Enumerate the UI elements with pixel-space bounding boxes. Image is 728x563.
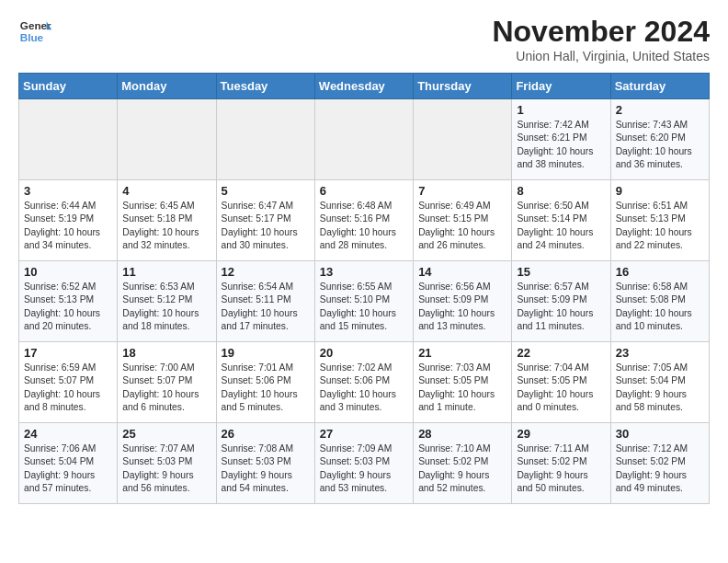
day-number: 19 [222, 346, 310, 360]
page-header: General Blue November 2024 Union Hall, V… [18, 15, 710, 63]
day-header-friday: Friday [512, 74, 610, 99]
cell-details: Sunrise: 7:12 AM Sunset: 5:02 PM Dayligh… [616, 442, 704, 496]
cell-details: Sunrise: 7:02 AM Sunset: 5:06 PM Dayligh… [320, 362, 408, 415]
cell-details: Sunrise: 6:59 AM Sunset: 5:07 PM Dayligh… [24, 362, 112, 415]
cell-details: Sunrise: 6:51 AM Sunset: 5:13 PM Dayligh… [616, 200, 704, 253]
calendar-cell: 13Sunrise: 6:55 AM Sunset: 5:10 PM Dayli… [314, 261, 413, 342]
week-row-5: 24Sunrise: 7:06 AM Sunset: 5:04 PM Dayli… [19, 423, 710, 504]
cell-details: Sunrise: 7:01 AM Sunset: 5:06 PM Dayligh… [222, 362, 310, 415]
cell-details: Sunrise: 7:43 AM Sunset: 6:20 PM Dayligh… [616, 119, 704, 172]
cell-details: Sunrise: 7:07 AM Sunset: 5:03 PM Dayligh… [122, 442, 210, 496]
day-header-wednesday: Wednesday [314, 74, 413, 99]
day-number: 22 [517, 346, 605, 360]
day-number: 1 [517, 103, 605, 117]
day-number: 24 [24, 427, 112, 441]
day-number: 23 [616, 346, 704, 360]
cell-details: Sunrise: 7:10 AM Sunset: 5:02 PM Dayligh… [418, 442, 506, 496]
day-number: 16 [616, 265, 704, 279]
day-header-tuesday: Tuesday [216, 74, 314, 99]
cell-details: Sunrise: 7:42 AM Sunset: 6:21 PM Dayligh… [517, 119, 605, 172]
calendar-cell: 10Sunrise: 6:52 AM Sunset: 5:13 PM Dayli… [19, 261, 118, 342]
day-number: 27 [320, 427, 408, 441]
day-number: 30 [616, 427, 704, 441]
cell-details: Sunrise: 7:05 AM Sunset: 5:04 PM Dayligh… [616, 362, 704, 415]
day-header-monday: Monday [118, 74, 216, 99]
cell-details: Sunrise: 6:52 AM Sunset: 5:13 PM Dayligh… [24, 281, 112, 334]
calendar-cell: 28Sunrise: 7:10 AM Sunset: 5:02 PM Dayli… [414, 423, 512, 504]
day-number: 10 [24, 265, 112, 279]
cell-details: Sunrise: 6:48 AM Sunset: 5:16 PM Dayligh… [320, 200, 408, 253]
calendar-cell: 16Sunrise: 6:58 AM Sunset: 5:08 PM Dayli… [610, 261, 709, 342]
calendar-cell: 14Sunrise: 6:56 AM Sunset: 5:09 PM Dayli… [414, 261, 512, 342]
calendar-cell: 21Sunrise: 7:03 AM Sunset: 5:05 PM Dayli… [414, 342, 512, 423]
logo-icon: General Blue [18, 15, 51, 48]
calendar-cell: 29Sunrise: 7:11 AM Sunset: 5:02 PM Dayli… [512, 423, 610, 504]
location: Union Hall, Virginia, United States [492, 49, 710, 63]
cell-details: Sunrise: 7:08 AM Sunset: 5:03 PM Dayligh… [222, 442, 310, 496]
month-title: November 2024 [492, 15, 710, 49]
day-number: 9 [616, 184, 704, 198]
calendar-cell: 11Sunrise: 6:53 AM Sunset: 5:12 PM Dayli… [118, 261, 216, 342]
day-number: 4 [122, 184, 210, 198]
cell-details: Sunrise: 6:45 AM Sunset: 5:18 PM Dayligh… [122, 200, 210, 253]
day-number: 7 [418, 184, 506, 198]
day-number: 18 [122, 346, 210, 360]
calendar-cell: 3Sunrise: 6:44 AM Sunset: 5:19 PM Daylig… [19, 180, 118, 261]
day-number: 5 [222, 184, 310, 198]
week-row-4: 17Sunrise: 6:59 AM Sunset: 5:07 PM Dayli… [19, 342, 710, 423]
day-header-saturday: Saturday [610, 74, 709, 99]
day-number: 29 [517, 427, 605, 441]
cell-details: Sunrise: 7:00 AM Sunset: 5:07 PM Dayligh… [122, 362, 210, 415]
calendar-cell: 4Sunrise: 6:45 AM Sunset: 5:18 PM Daylig… [118, 180, 216, 261]
day-number: 21 [418, 346, 506, 360]
cell-details: Sunrise: 6:47 AM Sunset: 5:17 PM Dayligh… [222, 200, 310, 253]
calendar-cell: 20Sunrise: 7:02 AM Sunset: 5:06 PM Dayli… [314, 342, 413, 423]
day-number: 20 [320, 346, 408, 360]
calendar-cell: 27Sunrise: 7:09 AM Sunset: 5:03 PM Dayli… [314, 423, 413, 504]
day-number: 8 [517, 184, 605, 198]
cell-details: Sunrise: 6:49 AM Sunset: 5:15 PM Dayligh… [418, 200, 506, 253]
day-number: 17 [24, 346, 112, 360]
cell-details: Sunrise: 6:55 AM Sunset: 5:10 PM Dayligh… [320, 281, 408, 334]
calendar-cell: 15Sunrise: 6:57 AM Sunset: 5:09 PM Dayli… [512, 261, 610, 342]
day-header-thursday: Thursday [414, 74, 512, 99]
calendar-cell: 25Sunrise: 7:07 AM Sunset: 5:03 PM Dayli… [118, 423, 216, 504]
day-number: 11 [122, 265, 210, 279]
svg-text:Blue: Blue [20, 31, 44, 43]
cell-details: Sunrise: 7:11 AM Sunset: 5:02 PM Dayligh… [517, 442, 605, 496]
week-row-1: 1Sunrise: 7:42 AM Sunset: 6:21 PM Daylig… [19, 99, 710, 180]
week-row-3: 10Sunrise: 6:52 AM Sunset: 5:13 PM Dayli… [19, 261, 710, 342]
calendar-cell: 8Sunrise: 6:50 AM Sunset: 5:14 PM Daylig… [512, 180, 610, 261]
calendar-cell: 24Sunrise: 7:06 AM Sunset: 5:04 PM Dayli… [19, 423, 118, 504]
calendar-cell [414, 99, 512, 180]
calendar-cell [314, 99, 413, 180]
calendar-cell: 23Sunrise: 7:05 AM Sunset: 5:04 PM Dayli… [610, 342, 709, 423]
calendar-cell [19, 99, 118, 180]
cell-details: Sunrise: 7:04 AM Sunset: 5:05 PM Dayligh… [517, 362, 605, 415]
cell-details: Sunrise: 7:06 AM Sunset: 5:04 PM Dayligh… [24, 442, 112, 496]
calendar-cell: 2Sunrise: 7:43 AM Sunset: 6:20 PM Daylig… [610, 99, 709, 180]
day-number: 28 [418, 427, 506, 441]
day-number: 14 [418, 265, 506, 279]
week-row-2: 3Sunrise: 6:44 AM Sunset: 5:19 PM Daylig… [19, 180, 710, 261]
cell-details: Sunrise: 6:53 AM Sunset: 5:12 PM Dayligh… [122, 281, 210, 334]
calendar-header-row: SundayMondayTuesdayWednesdayThursdayFrid… [19, 74, 710, 99]
calendar-cell: 5Sunrise: 6:47 AM Sunset: 5:17 PM Daylig… [216, 180, 314, 261]
day-number: 26 [222, 427, 310, 441]
calendar-cell [118, 99, 216, 180]
calendar-cell [216, 99, 314, 180]
cell-details: Sunrise: 6:50 AM Sunset: 5:14 PM Dayligh… [517, 200, 605, 253]
calendar-cell: 6Sunrise: 6:48 AM Sunset: 5:16 PM Daylig… [314, 180, 413, 261]
logo: General Blue [18, 15, 51, 48]
calendar-cell: 12Sunrise: 6:54 AM Sunset: 5:11 PM Dayli… [216, 261, 314, 342]
day-number: 12 [222, 265, 310, 279]
day-header-sunday: Sunday [19, 74, 118, 99]
calendar-cell: 18Sunrise: 7:00 AM Sunset: 5:07 PM Dayli… [118, 342, 216, 423]
cell-details: Sunrise: 6:44 AM Sunset: 5:19 PM Dayligh… [24, 200, 112, 253]
cell-details: Sunrise: 7:09 AM Sunset: 5:03 PM Dayligh… [320, 442, 408, 496]
calendar-body: 1Sunrise: 7:42 AM Sunset: 6:21 PM Daylig… [19, 99, 710, 504]
calendar-cell: 17Sunrise: 6:59 AM Sunset: 5:07 PM Dayli… [19, 342, 118, 423]
calendar-cell: 1Sunrise: 7:42 AM Sunset: 6:21 PM Daylig… [512, 99, 610, 180]
day-number: 15 [517, 265, 605, 279]
calendar-table: SundayMondayTuesdayWednesdayThursdayFrid… [18, 73, 710, 504]
